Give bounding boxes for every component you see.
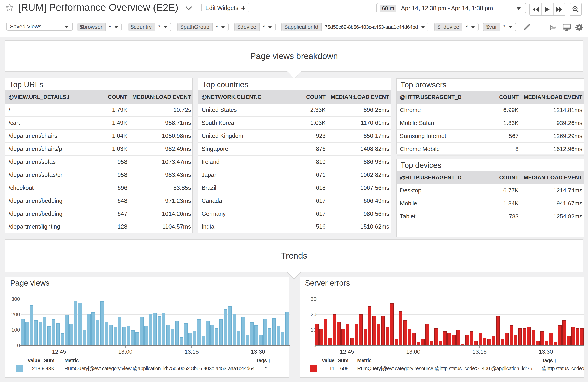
svg-text:13:15: 13:15 bbox=[185, 349, 199, 355]
svg-text:12:45: 12:45 bbox=[52, 349, 66, 355]
svg-text:20: 20 bbox=[311, 311, 316, 317]
svg-text:13:00: 13:00 bbox=[118, 349, 132, 355]
svg-text:13:30: 13:30 bbox=[251, 349, 265, 355]
svg-text:200: 200 bbox=[11, 311, 20, 317]
svg-text:13:30: 13:30 bbox=[539, 349, 553, 355]
svg-text:0: 0 bbox=[17, 342, 20, 349]
svg-text:13:00: 13:00 bbox=[406, 349, 420, 355]
svg-text:100: 100 bbox=[11, 327, 20, 333]
svg-text:300: 300 bbox=[11, 296, 20, 302]
svg-text:13:15: 13:15 bbox=[472, 349, 487, 355]
svg-text:30: 30 bbox=[311, 296, 316, 302]
svg-text:12:45: 12:45 bbox=[340, 349, 354, 355]
